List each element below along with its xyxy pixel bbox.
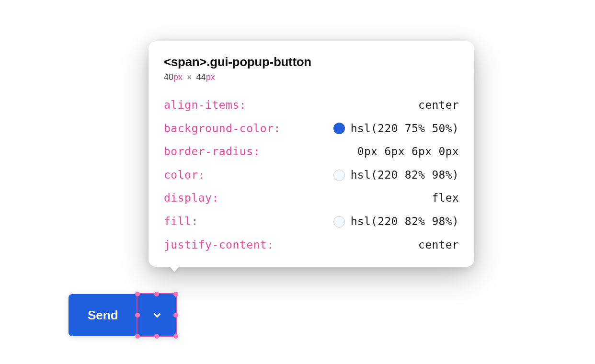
property-value-text: hsl(220 82% 98%) [351, 215, 459, 228]
property-value-text: center [418, 239, 459, 252]
split-button: Send [69, 294, 176, 336]
tooltip-tail-icon [170, 266, 179, 272]
popup-button[interactable] [137, 294, 176, 336]
style-inspector-tooltip: <span>.gui-popup-button 40px × 44px alig… [149, 41, 474, 267]
property-value-text: hsl(220 75% 50%) [351, 122, 459, 136]
chevron-down-icon [151, 309, 163, 321]
property-value-text: hsl(220 82% 98%) [351, 169, 459, 182]
property-name: display: [164, 192, 219, 205]
property-name: background-color: [164, 122, 281, 136]
property-value: flex [432, 192, 459, 205]
property-value-text: 0px 6px 6px 0px [357, 145, 459, 159]
property-value-text: flex [432, 192, 459, 205]
property-row: color:hsl(220 82% 98%) [164, 169, 459, 182]
property-row: border-radius:0px 6px 6px 0px [164, 145, 459, 159]
property-name: color: [164, 169, 205, 182]
send-button[interactable]: Send [69, 294, 137, 336]
color-swatch-icon [333, 170, 345, 181]
popup-button-wrapper [137, 294, 176, 336]
property-row: display:flex [164, 192, 459, 205]
color-swatch-icon [333, 123, 345, 134]
property-name: border-radius: [164, 145, 260, 159]
property-name: fill: [164, 215, 198, 228]
property-value: center [418, 99, 459, 112]
property-row: fill:hsl(220 82% 98%) [164, 215, 459, 228]
properties-list: align-items:centerbackground-color:hsl(2… [164, 99, 459, 251]
dimensions-text: 40px × 44px [164, 72, 459, 82]
property-name: align-items: [164, 99, 246, 112]
property-value: hsl(220 75% 50%) [333, 122, 459, 136]
color-swatch-icon [333, 216, 345, 228]
property-value-text: center [418, 99, 459, 112]
property-row: background-color:hsl(220 75% 50%) [164, 122, 459, 136]
property-value: hsl(220 82% 98%) [333, 215, 459, 228]
selector-text: <span>.gui-popup-button [164, 55, 459, 69]
property-row: justify-content:center [164, 239, 459, 252]
property-name: justify-content: [164, 239, 274, 252]
property-row: align-items:center [164, 99, 459, 112]
property-value: center [418, 239, 459, 252]
property-value: 0px 6px 6px 0px [357, 145, 459, 159]
property-value: hsl(220 82% 98%) [333, 169, 459, 182]
